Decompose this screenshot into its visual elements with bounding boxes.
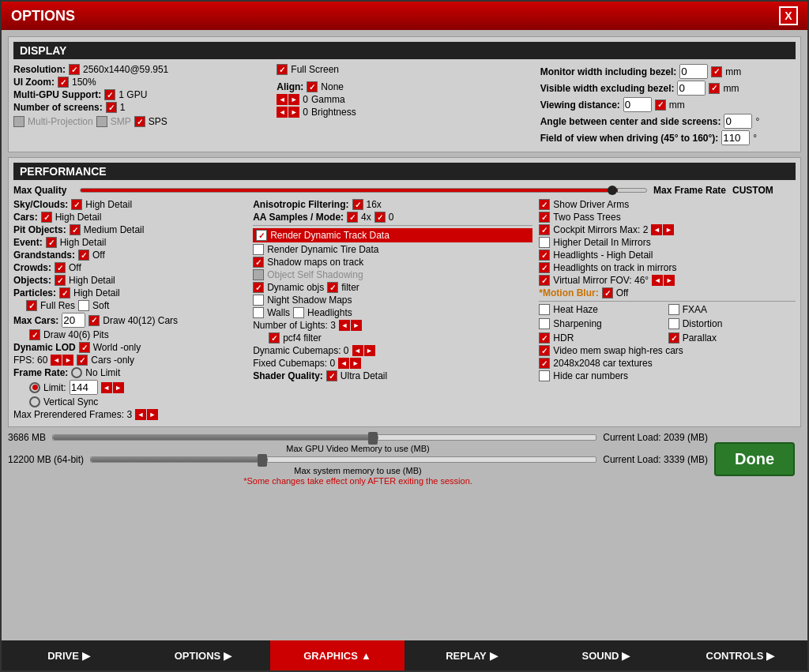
no-limit-radio[interactable] xyxy=(71,367,82,378)
vsync-radio[interactable] xyxy=(29,396,40,407)
nav-options[interactable]: OPTIONS ▶ xyxy=(136,640,270,670)
virtual-mirror-right[interactable]: ► xyxy=(664,275,675,286)
sharpening-check[interactable] xyxy=(539,318,550,329)
full-res-check[interactable]: ✓ xyxy=(26,300,37,311)
car-textures-check[interactable]: ✓ xyxy=(539,358,550,369)
dynamic-cube-right[interactable]: ► xyxy=(364,345,375,356)
nav-graphics[interactable]: GRAPHICS ▲ xyxy=(270,640,404,670)
dynamic-objs-check[interactable]: ✓ xyxy=(253,282,264,293)
fov-input[interactable] xyxy=(721,130,750,145)
sky-check[interactable]: ✓ xyxy=(71,199,82,210)
filter-check[interactable]: ✓ xyxy=(327,282,338,293)
visible-width-check[interactable]: ✓ xyxy=(709,83,720,94)
fps-arrows[interactable]: ◄ ► xyxy=(51,355,73,366)
dynamic-cube-arrows[interactable]: ◄ ► xyxy=(352,345,375,356)
limit-left[interactable]: ◄ xyxy=(101,382,112,393)
render-tire-check[interactable] xyxy=(253,244,264,255)
prerendered-left[interactable]: ◄ xyxy=(135,409,146,420)
headlights-high-check[interactable]: ✓ xyxy=(539,250,550,261)
close-button[interactable]: X xyxy=(779,6,798,25)
gpu-memory-slider[interactable] xyxy=(52,434,596,441)
fullscreen-check[interactable]: ✓ xyxy=(277,64,288,75)
shader-quality-check[interactable]: ✓ xyxy=(326,370,337,381)
draw-pits-check[interactable]: ✓ xyxy=(29,329,40,340)
brightness-left[interactable]: ◄ xyxy=(277,107,288,118)
monitor-width-check[interactable]: ✓ xyxy=(711,66,722,77)
dynamic-lod-check[interactable]: ✓ xyxy=(79,342,90,353)
object-shadow-check[interactable] xyxy=(253,269,264,280)
cars-only-check[interactable]: ✓ xyxy=(77,355,88,366)
nav-controls[interactable]: CONTROLS ▶ xyxy=(673,640,807,670)
smp-check[interactable] xyxy=(96,116,107,127)
fxaa-check[interactable] xyxy=(668,304,679,315)
gamma-left[interactable]: ◄ xyxy=(277,94,288,105)
objects-check[interactable]: ✓ xyxy=(55,275,66,286)
sps-check[interactable]: ✓ xyxy=(134,116,145,127)
cockpit-right[interactable]: ► xyxy=(663,224,674,235)
monitor-width-input[interactable] xyxy=(679,64,708,79)
shadow-maps-check[interactable]: ✓ xyxy=(253,257,264,268)
fps-right[interactable]: ► xyxy=(62,355,73,366)
event-check[interactable]: ✓ xyxy=(46,237,57,248)
multi-projection-check[interactable] xyxy=(13,116,24,127)
lights-arrows[interactable]: ◄ ► xyxy=(339,320,362,331)
limit-radio[interactable] xyxy=(29,382,40,393)
visible-width-input[interactable] xyxy=(677,81,706,96)
virtual-mirror-left[interactable]: ◄ xyxy=(652,275,663,286)
fixed-cube-arrows[interactable]: ◄ ► xyxy=(338,358,361,369)
crowds-check[interactable]: ✓ xyxy=(55,262,66,273)
ui-zoom-check[interactable]: ✓ xyxy=(58,77,69,88)
cockpit-left[interactable]: ◄ xyxy=(651,224,662,235)
nav-drive[interactable]: DRIVE ▶ xyxy=(2,640,136,670)
virtual-mirror-arrows[interactable]: ◄ ► xyxy=(652,275,675,286)
headlights-check[interactable] xyxy=(293,307,304,318)
virtual-mirror-check[interactable]: ✓ xyxy=(539,275,550,286)
dynamic-cube-left[interactable]: ◄ xyxy=(352,345,363,356)
angle-input[interactable] xyxy=(724,114,752,129)
walls-check[interactable] xyxy=(253,307,264,318)
max-cars-input[interactable] xyxy=(62,313,85,328)
soft-check[interactable] xyxy=(78,300,89,311)
cockpit-mirrors-check[interactable]: ✓ xyxy=(539,224,550,235)
fps-left[interactable]: ◄ xyxy=(51,355,62,366)
max-cars-check[interactable]: ✓ xyxy=(88,315,100,326)
fixed-cube-left[interactable]: ◄ xyxy=(338,358,349,369)
parallax-check[interactable]: ✓ xyxy=(668,332,679,344)
lights-right[interactable]: ► xyxy=(351,320,362,331)
motion-blur-check[interactable]: ✓ xyxy=(602,287,613,298)
align-check[interactable]: ✓ xyxy=(307,81,318,92)
gamma-right[interactable]: ► xyxy=(288,94,299,105)
pit-check[interactable]: ✓ xyxy=(70,224,81,235)
headlights-mirrors-check[interactable]: ✓ xyxy=(539,262,550,273)
viewing-distance-check[interactable]: ✓ xyxy=(655,99,666,111)
done-button[interactable]: Done xyxy=(714,442,795,476)
viewing-distance-input[interactable] xyxy=(623,97,652,112)
nav-replay[interactable]: REPLAY ▶ xyxy=(404,640,539,670)
lights-left[interactable]: ◄ xyxy=(339,320,350,331)
grandstands-check[interactable]: ✓ xyxy=(78,250,89,261)
heat-haze-check[interactable] xyxy=(539,304,550,315)
num-screens-check[interactable]: ✓ xyxy=(106,102,117,113)
cars-check[interactable]: ✓ xyxy=(41,212,52,223)
gamma-arrows[interactable]: ◄ ► xyxy=(277,94,299,105)
nav-sound[interactable]: SOUND ▶ xyxy=(539,640,673,670)
particles-check[interactable]: ✓ xyxy=(59,287,70,298)
distortion-check[interactable] xyxy=(668,318,679,329)
sys-memory-slider[interactable] xyxy=(90,456,596,463)
brightness-arrows[interactable]: ◄ ► xyxy=(277,107,299,118)
pcf4-check[interactable]: ✓ xyxy=(269,332,280,344)
hide-car-numbers-check[interactable] xyxy=(539,370,550,381)
render-track-check[interactable]: ✓ xyxy=(256,230,267,241)
aa-mode-check[interactable]: ✓ xyxy=(374,212,386,223)
hdr-check[interactable]: ✓ xyxy=(539,332,550,344)
fixed-cube-right[interactable]: ► xyxy=(350,358,361,369)
driver-arms-check[interactable]: ✓ xyxy=(539,199,550,210)
brightness-right[interactable]: ► xyxy=(288,107,299,118)
aa-check[interactable]: ✓ xyxy=(347,212,358,223)
two-pass-check[interactable]: ✓ xyxy=(539,212,550,223)
prerendered-right[interactable]: ► xyxy=(147,409,158,420)
video-mem-check[interactable]: ✓ xyxy=(539,345,550,356)
higher-detail-mirrors-check[interactable] xyxy=(539,237,550,248)
prerendered-arrows[interactable]: ◄ ► xyxy=(135,409,158,420)
resolution-check[interactable]: ✓ xyxy=(69,64,80,75)
